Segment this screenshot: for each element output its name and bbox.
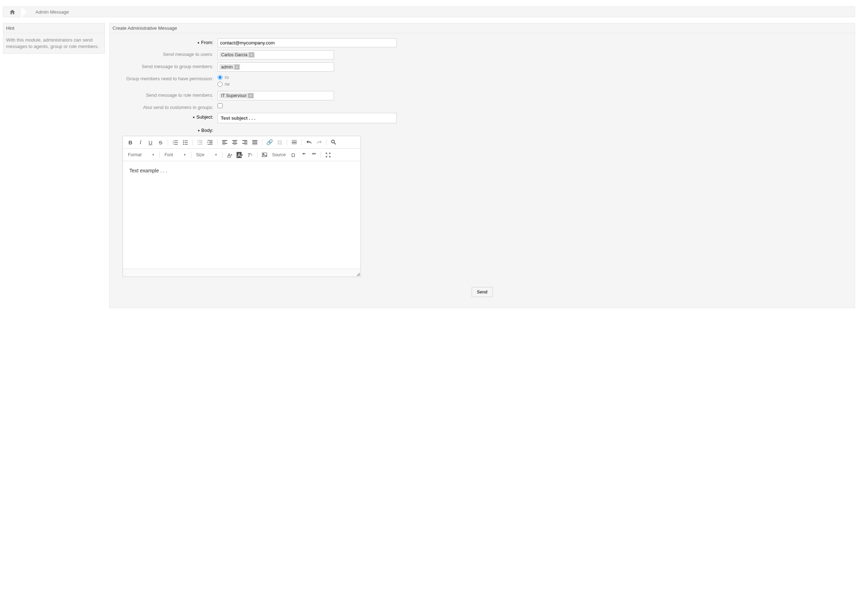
svg-rect-28 <box>242 140 247 141</box>
split-quote-icon[interactable]: ’” <box>299 151 307 159</box>
bold-icon[interactable]: B <box>126 138 134 146</box>
user-tag: Carlos Garcia× <box>219 52 255 58</box>
editor-body[interactable]: Text example . . . <box>123 161 361 269</box>
unlink-icon[interactable]: ⛓ <box>276 138 283 146</box>
font-dropdown[interactable]: Font▼ <box>163 152 188 158</box>
svg-rect-17 <box>209 141 213 142</box>
align-justify-icon[interactable] <box>251 138 259 146</box>
redo-icon[interactable] <box>315 138 323 146</box>
hr-icon[interactable] <box>290 138 298 146</box>
subject-label: Subject: <box>115 113 218 120</box>
svg-rect-31 <box>244 144 247 145</box>
svg-point-40 <box>331 140 334 143</box>
resize-grip-icon[interactable] <box>356 272 360 276</box>
hint-title: Hint <box>3 23 105 33</box>
home-icon <box>10 10 15 14</box>
format-dropdown[interactable]: Format▼ <box>126 152 156 158</box>
align-left-icon[interactable] <box>221 138 228 146</box>
strike-icon[interactable]: S <box>157 138 165 146</box>
hint-text: With this module, administrators can sen… <box>6 37 102 50</box>
groups-tagbox[interactable]: admin× <box>218 62 334 72</box>
main-panel: Create Administrative Message From: Send… <box>109 23 855 308</box>
role-tag-label: IT Supervisor <box>221 93 247 98</box>
perm-rw-radio[interactable] <box>218 82 222 87</box>
breadcrumb: Admin Message <box>3 6 855 17</box>
maximize-icon[interactable] <box>324 151 332 159</box>
svg-rect-12 <box>197 140 202 141</box>
svg-rect-37 <box>292 141 297 141</box>
svg-point-6 <box>183 140 184 141</box>
remove-format-icon[interactable]: T× <box>246 151 254 159</box>
svg-rect-3 <box>174 142 178 143</box>
customers-checkbox[interactable] <box>218 103 222 108</box>
send-button[interactable]: Send <box>472 287 493 297</box>
remove-tag-icon[interactable]: × <box>248 93 253 98</box>
svg-rect-33 <box>252 141 257 142</box>
svg-rect-34 <box>252 143 257 144</box>
body-editor: B I U S 123 <box>123 136 361 277</box>
remove-tag-icon[interactable]: × <box>249 52 254 57</box>
from-input[interactable] <box>218 38 397 47</box>
underline-icon[interactable]: U <box>146 138 154 146</box>
svg-rect-30 <box>242 143 247 144</box>
group-tag: admin× <box>219 64 240 70</box>
groups-label: Send message to group members: <box>115 62 218 69</box>
svg-rect-15 <box>197 144 202 145</box>
size-dropdown[interactable]: Size▼ <box>194 152 219 158</box>
user-tag-label: Carlos Garcia <box>221 52 247 57</box>
text-color-icon[interactable]: A▾ <box>226 151 234 159</box>
svg-rect-21 <box>222 141 225 142</box>
svg-line-41 <box>334 143 336 144</box>
hint-panel: Hint With this module, administrators ca… <box>3 23 105 54</box>
image-icon[interactable] <box>261 151 269 159</box>
source-button[interactable]: Source <box>270 152 287 158</box>
svg-rect-9 <box>185 142 188 143</box>
outdent-icon[interactable] <box>196 138 204 146</box>
group-tag-label: admin <box>221 65 233 70</box>
svg-rect-16 <box>208 140 213 141</box>
bg-color-icon[interactable]: A▾ <box>236 151 244 159</box>
link-icon[interactable]: 🔗 <box>266 138 274 146</box>
svg-point-10 <box>183 144 184 145</box>
unordered-list-icon[interactable] <box>181 138 189 146</box>
subject-input[interactable] <box>218 113 397 123</box>
role-tag: IT Supervisor× <box>219 93 254 99</box>
svg-rect-13 <box>199 141 202 142</box>
perm-ro-radio[interactable] <box>218 75 222 80</box>
svg-rect-26 <box>232 143 237 144</box>
breadcrumb-current[interactable]: Admin Message <box>21 9 69 15</box>
svg-rect-39 <box>292 144 297 144</box>
remove-quote-icon[interactable]: ”” <box>309 151 317 159</box>
customers-label: Also send to customers in groups: <box>115 103 218 110</box>
svg-rect-22 <box>222 143 227 144</box>
align-right-icon[interactable] <box>241 138 249 146</box>
roles-label: Send message to role members: <box>115 91 218 98</box>
svg-rect-32 <box>252 140 257 141</box>
panel-title: Create Administrative Message <box>110 23 855 33</box>
svg-point-43 <box>263 154 264 155</box>
breadcrumb-home[interactable] <box>3 7 21 17</box>
users-label: Send message to users: <box>115 50 218 57</box>
svg-rect-7 <box>185 140 188 141</box>
find-icon[interactable] <box>330 138 337 146</box>
svg-rect-18 <box>209 143 213 143</box>
svg-point-8 <box>183 142 184 143</box>
users-tagbox[interactable]: Carlos Garcia× <box>218 50 334 59</box>
editor-statusbar <box>123 269 361 277</box>
svg-rect-5 <box>174 144 178 145</box>
svg-rect-20 <box>222 140 227 141</box>
italic-icon[interactable]: I <box>137 138 145 146</box>
ordered-list-icon[interactable]: 123 <box>171 138 179 146</box>
undo-icon[interactable] <box>305 138 313 146</box>
roles-tagbox[interactable]: IT Supervisor× <box>218 91 334 100</box>
svg-rect-11 <box>185 144 188 145</box>
svg-rect-24 <box>232 140 237 141</box>
perm-label: Group members need to have permission: <box>115 74 218 81</box>
align-center-icon[interactable] <box>231 138 239 146</box>
svg-rect-1 <box>174 140 178 141</box>
indent-icon[interactable] <box>206 138 214 146</box>
svg-rect-27 <box>233 144 236 145</box>
perm-ro-label: ro <box>225 74 229 80</box>
remove-tag-icon[interactable]: × <box>235 65 239 70</box>
special-char-icon[interactable]: Ω <box>289 151 297 159</box>
